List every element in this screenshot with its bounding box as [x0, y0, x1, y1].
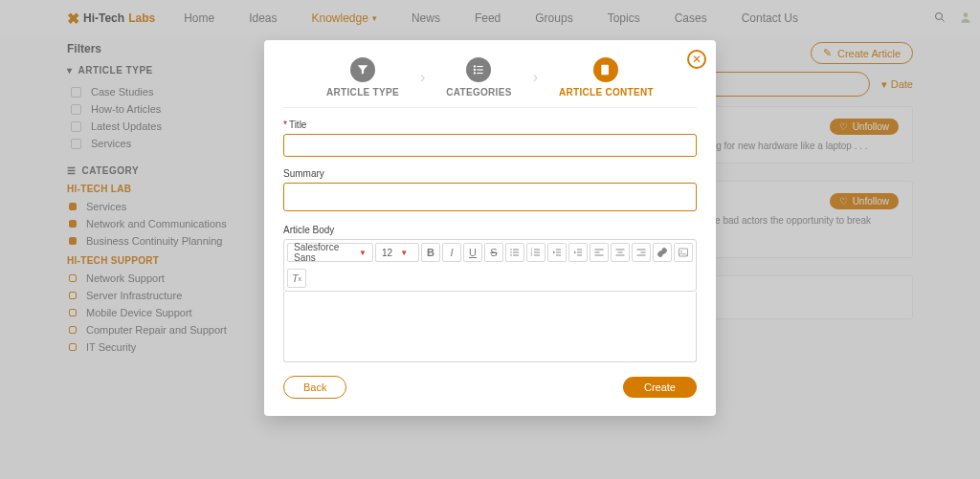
svg-rect-27 — [556, 255, 561, 256]
step-label: ARTICLE CONTENT — [559, 87, 654, 98]
step-label: ARTICLE TYPE — [326, 87, 399, 98]
svg-point-5 — [474, 69, 476, 71]
article-body-editor[interactable] — [283, 292, 697, 362]
svg-rect-26 — [556, 252, 561, 253]
align-right-button[interactable] — [632, 243, 651, 262]
title-label: Title — [283, 120, 697, 130]
align-center-button[interactable] — [611, 243, 630, 262]
svg-point-41 — [680, 250, 682, 252]
svg-rect-37 — [637, 250, 646, 250]
font-size-value: 12 — [382, 248, 392, 258]
svg-rect-39 — [637, 255, 646, 256]
svg-rect-35 — [618, 252, 623, 253]
align-left-button[interactable] — [590, 243, 609, 262]
svg-rect-4 — [478, 66, 483, 67]
link-button[interactable] — [653, 243, 672, 262]
list-icon — [466, 57, 491, 82]
indent-button[interactable] — [568, 243, 588, 262]
svg-rect-18 — [513, 255, 519, 256]
step-label: CATEGORIES — [446, 87, 511, 98]
step-article-content[interactable]: ARTICLE CONTENT — [559, 57, 654, 98]
rich-text-toolbar: Salesforce Sans▼ 12▼ B I U S 123 Tx — [283, 239, 697, 292]
svg-rect-38 — [641, 252, 646, 253]
svg-rect-22 — [534, 252, 540, 253]
wizard-steps: ARTICLE TYPE › CATEGORIES › ARTICLE CONT… — [283, 54, 697, 108]
svg-point-15 — [510, 251, 512, 253]
step-article-type[interactable]: ARTICLE TYPE — [326, 57, 399, 98]
svg-rect-24 — [534, 255, 540, 256]
svg-point-3 — [474, 65, 476, 67]
close-button[interactable]: ✕ — [687, 50, 706, 69]
svg-rect-11 — [604, 69, 608, 70]
funnel-icon — [350, 57, 375, 82]
svg-rect-32 — [595, 252, 600, 253]
svg-rect-29 — [577, 252, 582, 253]
italic-button[interactable]: I — [442, 243, 461, 262]
summary-label: Summary — [283, 168, 697, 179]
outdent-button[interactable] — [547, 243, 567, 262]
bullet-list-button[interactable] — [505, 243, 524, 262]
svg-rect-8 — [478, 73, 483, 74]
close-icon: ✕ — [692, 53, 702, 66]
document-icon — [593, 57, 618, 82]
caret-down-icon: ▼ — [359, 249, 367, 257]
underline-button[interactable]: U — [463, 243, 482, 262]
svg-point-13 — [510, 249, 512, 250]
image-button[interactable] — [674, 243, 693, 262]
svg-rect-31 — [595, 250, 604, 250]
caret-down-icon: ▼ — [400, 249, 408, 257]
svg-point-17 — [510, 254, 512, 256]
body-label: Article Body — [283, 225, 697, 235]
font-family-value: Salesforce Sans — [294, 242, 351, 263]
svg-rect-36 — [616, 255, 625, 256]
font-family-select[interactable]: Salesforce Sans▼ — [287, 243, 373, 262]
chevron-right-icon: › — [420, 69, 425, 86]
step-categories[interactable]: CATEGORIES — [446, 57, 511, 98]
svg-rect-33 — [595, 255, 604, 256]
chevron-right-icon: › — [533, 69, 538, 86]
svg-rect-16 — [513, 252, 519, 253]
clear-format-button[interactable]: Tx — [287, 269, 306, 288]
svg-rect-34 — [616, 250, 625, 250]
modal-overlay: ✕ ARTICLE TYPE › CATEGORIES › ARTICLE CO… — [0, 0, 980, 479]
svg-rect-14 — [513, 250, 519, 250]
svg-rect-25 — [556, 250, 561, 250]
svg-rect-30 — [577, 255, 582, 256]
strikethrough-button[interactable]: S — [484, 243, 503, 262]
svg-point-7 — [474, 72, 476, 74]
svg-text:3: 3 — [531, 253, 533, 257]
numbered-list-button[interactable]: 123 — [526, 243, 546, 262]
svg-rect-10 — [604, 67, 608, 68]
svg-rect-6 — [478, 69, 483, 70]
title-input[interactable] — [283, 134, 697, 157]
create-article-modal: ✕ ARTICLE TYPE › CATEGORIES › ARTICLE CO… — [264, 40, 716, 416]
svg-rect-20 — [534, 250, 540, 250]
summary-input[interactable] — [283, 183, 697, 211]
svg-rect-12 — [604, 72, 607, 73]
back-button[interactable]: Back — [283, 376, 346, 399]
font-size-select[interactable]: 12▼ — [375, 243, 419, 262]
bold-button[interactable]: B — [421, 243, 440, 262]
create-button[interactable]: Create — [623, 377, 697, 398]
svg-rect-28 — [577, 250, 582, 250]
